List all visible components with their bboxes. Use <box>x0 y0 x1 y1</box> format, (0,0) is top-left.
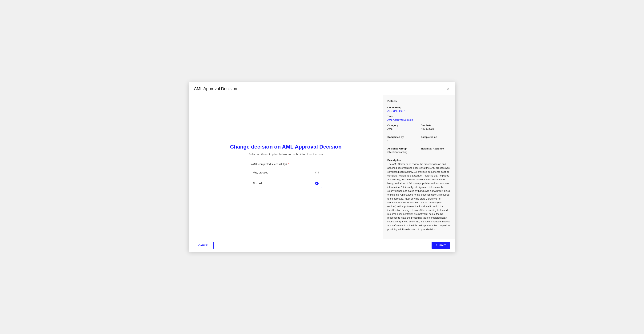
detail-due-date: Due Date Nov 1, 2023 <box>421 124 451 130</box>
detail-completed-on: Completed on - <box>421 136 451 142</box>
radio-circle-yes <box>315 171 319 174</box>
category-label: Category <box>387 124 418 127</box>
individual-assignee-value: - <box>421 151 451 153</box>
detail-grid-1: Category AML Due Date Nov 1, 2023 <box>387 124 451 133</box>
modal-title: AML Approval Decision <box>194 86 237 91</box>
cancel-button[interactable]: CANCEL <box>194 242 214 249</box>
detail-individual-assignee: Individual Assignee - <box>421 147 451 153</box>
radio-option-yes-label: Yes, proceed <box>253 171 268 174</box>
form-group: Is AML completed successfully?* Yes, pro… <box>250 163 322 190</box>
category-value: AML <box>387 127 418 130</box>
detail-grid-2: Completed by - Completed on - <box>387 136 451 145</box>
detail-task: Task AML Approval Decision <box>387 115 451 121</box>
form-subtitle: Select a different option below and subm… <box>249 153 323 156</box>
detail-category: Category AML <box>387 124 418 130</box>
form-heading: Change decision on AML Approval Decision <box>230 144 342 150</box>
detail-onboarding: Onboarding ZSS-ONB-0027 <box>387 106 451 112</box>
onboarding-label: Onboarding <box>387 106 451 109</box>
radio-option-yes[interactable]: Yes, proceed <box>250 168 322 177</box>
completed-on-value: - <box>421 139 451 142</box>
onboarding-value[interactable]: ZSS-ONB-0027 <box>387 109 451 112</box>
detail-grid-3: Assigned Group Client Onboarding Individ… <box>387 147 451 156</box>
description-label: Description <box>387 159 451 162</box>
details-panel: Details Onboarding ZSS-ONB-0027 Task AML… <box>383 95 455 239</box>
modal-header: AML Approval Decision × <box>189 82 455 95</box>
completed-by-label: Completed by <box>387 136 418 138</box>
detail-completed-by: Completed by - <box>387 136 418 142</box>
detail-description: Description The AML Officer must review … <box>387 159 451 231</box>
task-value[interactable]: AML Approval Decision <box>387 118 451 121</box>
close-icon[interactable]: × <box>446 86 450 92</box>
radio-option-no[interactable]: No, redo <box>250 179 322 188</box>
individual-assignee-label: Individual Assignee <box>421 147 451 150</box>
description-text: The AML Officer must review the precedin… <box>387 162 451 231</box>
due-date-label: Due Date <box>421 124 451 127</box>
modal-footer: CANCEL SUBMIT <box>189 239 455 252</box>
submit-button[interactable]: SUBMIT <box>432 242 450 249</box>
main-content: Change decision on AML Approval Decision… <box>189 95 383 239</box>
task-label: Task <box>387 115 451 118</box>
assigned-group-label: Assigned Group <box>387 147 418 150</box>
details-heading: Details <box>387 99 451 103</box>
completed-by-value: - <box>387 139 418 142</box>
modal-body: Change decision on AML Approval Decision… <box>189 95 455 239</box>
assigned-group-value: Client Onboarding <box>387 151 418 153</box>
form-label: Is AML completed successfully?* <box>250 163 322 166</box>
modal: AML Approval Decision × Change decision … <box>189 82 455 252</box>
radio-option-no-label: No, redo <box>253 182 263 185</box>
completed-on-label: Completed on <box>421 136 451 138</box>
radio-circle-no <box>315 182 318 185</box>
due-date-value: Nov 1, 2023 <box>421 127 451 130</box>
detail-assigned-group: Assigned Group Client Onboarding <box>387 147 418 153</box>
